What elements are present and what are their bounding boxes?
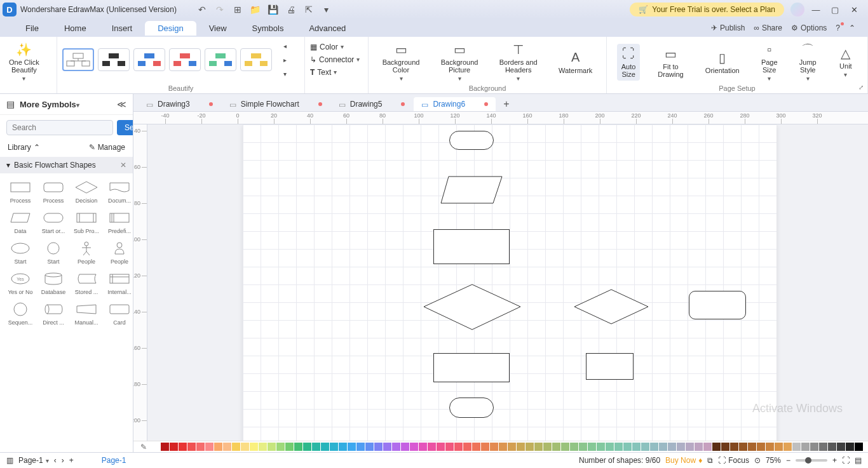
connector-button[interactable]: ↳Connector▾ bbox=[306, 54, 363, 65]
shape-item[interactable]: People bbox=[104, 241, 133, 265]
shape-item[interactable]: Sub Pro... bbox=[71, 210, 102, 234]
background-picture-button[interactable]: ▭Background Picture▾ bbox=[437, 39, 482, 84]
search-input[interactable] bbox=[6, 120, 113, 135]
color-swatch[interactable] bbox=[223, 443, 231, 451]
color-swatch[interactable] bbox=[792, 443, 801, 451]
shape-item[interactable]: Sequen... bbox=[5, 302, 36, 326]
open-icon[interactable]: 📁 bbox=[249, 3, 262, 16]
color-swatch[interactable] bbox=[828, 443, 836, 451]
color-swatch[interactable] bbox=[632, 443, 641, 451]
color-swatch[interactable] bbox=[499, 443, 507, 451]
shape-item[interactable]: Direct ... bbox=[38, 302, 69, 326]
zoom-out-button[interactable]: − bbox=[786, 456, 790, 465]
shape-item[interactable]: Process bbox=[5, 180, 36, 204]
color-swatch[interactable] bbox=[686, 443, 694, 451]
color-swatch[interactable] bbox=[205, 443, 214, 451]
shape-item[interactable]: Database bbox=[38, 271, 69, 295]
shape-item[interactable]: Start bbox=[38, 241, 69, 265]
text-button[interactable]: TText▾ bbox=[306, 67, 363, 78]
color-swatch[interactable] bbox=[472, 443, 480, 451]
layers-icon[interactable]: ⧉ bbox=[707, 456, 713, 465]
next-page-button[interactable]: › bbox=[62, 456, 64, 465]
theme-prev-icon[interactable]: ◂ bbox=[278, 39, 291, 52]
shape-data[interactable] bbox=[440, 175, 503, 204]
color-swatch[interactable] bbox=[437, 443, 445, 451]
color-swatch[interactable] bbox=[187, 443, 196, 451]
color-swatch[interactable] bbox=[561, 443, 569, 451]
document-tab[interactable]: ▭Drawing6 bbox=[414, 97, 496, 111]
color-swatch[interactable] bbox=[757, 443, 765, 451]
shape-item[interactable]: Start bbox=[5, 241, 36, 265]
color-swatch[interactable] bbox=[819, 443, 827, 451]
color-swatch[interactable] bbox=[543, 443, 552, 451]
shape-item[interactable]: Card bbox=[104, 302, 133, 326]
add-tab-button[interactable]: + bbox=[497, 97, 515, 111]
theme-next-icon[interactable]: ▸ bbox=[278, 53, 291, 66]
color-swatch[interactable] bbox=[748, 443, 756, 451]
sidebar-title[interactable]: More Symbols▾ bbox=[20, 100, 112, 109]
theme-3[interactable] bbox=[133, 48, 165, 71]
color-swatch[interactable] bbox=[312, 443, 320, 451]
buy-now-link[interactable]: Buy Now ♦ bbox=[665, 456, 702, 465]
menu-symbols[interactable]: Symbols bbox=[240, 21, 297, 36]
document-tab[interactable]: ▭Simple Flowchart bbox=[222, 97, 330, 111]
shape-item[interactable]: Start or... bbox=[38, 210, 69, 234]
menu-advanced[interactable]: Advanced bbox=[296, 21, 358, 36]
color-swatch[interactable] bbox=[650, 443, 658, 451]
shape-item[interactable]: People bbox=[71, 241, 102, 265]
theme-5[interactable] bbox=[205, 48, 236, 71]
color-swatch[interactable] bbox=[241, 443, 249, 451]
redo-icon[interactable]: ↷ bbox=[214, 3, 226, 16]
shape-item[interactable]: Internal... bbox=[104, 271, 133, 295]
color-swatch[interactable] bbox=[526, 443, 534, 451]
page-setup-dialog-launcher[interactable]: ⤢ bbox=[858, 84, 864, 91]
search-button[interactable]: Search bbox=[117, 120, 133, 135]
fit-page-icon[interactable]: ⛶ bbox=[842, 456, 850, 465]
color-swatch[interactable] bbox=[445, 443, 454, 451]
color-swatch[interactable] bbox=[739, 443, 747, 451]
options-button[interactable]: ⚙Options bbox=[791, 23, 827, 32]
color-swatch[interactable] bbox=[534, 443, 543, 451]
orientation-button[interactable]: ▯Orientation bbox=[702, 48, 743, 77]
color-swatch[interactable] bbox=[454, 443, 463, 451]
add-page-button[interactable]: + bbox=[69, 456, 74, 465]
play-icon[interactable]: ⊙ bbox=[754, 456, 761, 465]
minimize-button[interactable]: — bbox=[811, 4, 821, 15]
color-swatch[interactable] bbox=[783, 443, 792, 451]
shape-item[interactable]: Process bbox=[38, 180, 69, 204]
shape-terminator-end[interactable] bbox=[449, 398, 494, 418]
color-swatch[interactable] bbox=[606, 443, 614, 451]
color-swatch[interactable] bbox=[766, 443, 774, 451]
collapse-ribbon-button[interactable]: ⌃ bbox=[849, 23, 855, 32]
theme-more-icon[interactable]: ▾ bbox=[278, 67, 291, 80]
background-color-button[interactable]: ▭Background Color▾ bbox=[379, 39, 424, 84]
watermark-button[interactable]: AWatermark bbox=[555, 48, 596, 77]
close-group-icon[interactable]: ✕ bbox=[120, 161, 126, 170]
color-swatch[interactable] bbox=[276, 443, 285, 451]
unit-button[interactable]: △Unit▾ bbox=[834, 43, 857, 81]
shape-item[interactable]: Data bbox=[5, 210, 36, 234]
page-dropdown[interactable]: Page-1 ▾ bbox=[18, 456, 49, 465]
shape-process-1[interactable] bbox=[433, 229, 510, 264]
trial-badge[interactable]: 🛒 Your Free Trial is over. Select a Plan bbox=[630, 3, 784, 17]
shape-item[interactable]: Predefi... bbox=[104, 210, 133, 234]
export-icon[interactable]: ⇱ bbox=[302, 3, 315, 16]
shape-terminator-start[interactable] bbox=[449, 131, 494, 150]
library-link[interactable]: Library ⌃ bbox=[8, 143, 40, 152]
page-tab[interactable]: Page-1 bbox=[97, 455, 132, 466]
color-swatch[interactable] bbox=[837, 443, 845, 451]
shape-decision-1[interactable] bbox=[423, 283, 522, 331]
focus-button[interactable]: ⛶ Focus bbox=[718, 456, 749, 465]
color-swatch[interactable] bbox=[259, 443, 267, 451]
close-button[interactable]: ✕ bbox=[849, 4, 859, 15]
menu-view[interactable]: View bbox=[196, 21, 240, 36]
color-swatch[interactable] bbox=[196, 443, 205, 451]
color-swatch[interactable] bbox=[703, 443, 712, 451]
shape-decision-2[interactable] bbox=[573, 288, 649, 325]
share-button[interactable]: ∞Share bbox=[754, 23, 782, 32]
color-swatch[interactable] bbox=[401, 443, 409, 451]
color-swatch[interactable] bbox=[810, 443, 818, 451]
color-swatch[interactable] bbox=[232, 443, 240, 451]
shape-process-rounded[interactable] bbox=[689, 291, 746, 319]
color-swatch[interactable] bbox=[339, 443, 347, 451]
